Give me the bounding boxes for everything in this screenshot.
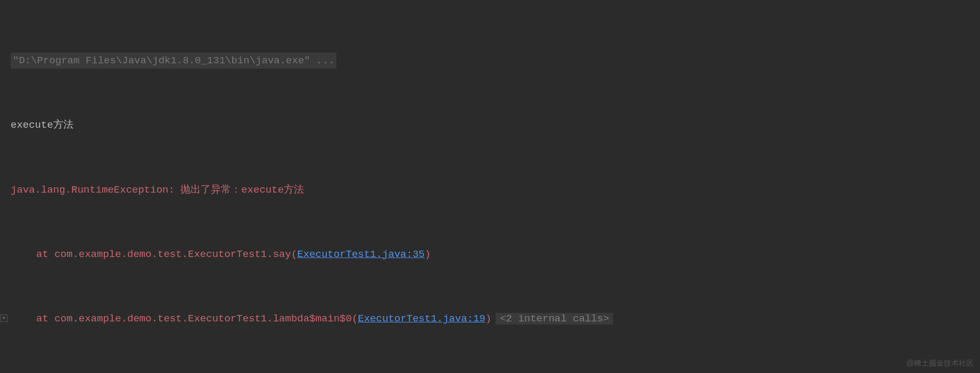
- stack-text: at com.example.demo.test.ExecutorTest1.s…: [36, 248, 297, 260]
- exception-line: java.lang.RuntimeException: 抛出了异常：execut…: [11, 182, 980, 198]
- output-line: execute方法: [11, 117, 980, 133]
- source-link[interactable]: ExecutorTest1.java:35: [297, 248, 424, 260]
- stack-suffix: ): [425, 248, 431, 260]
- stack-text: at com.example.demo.test.ExecutorTest1.l…: [36, 313, 358, 325]
- command-line: "D:\Program Files\Java\jdk1.8.0_131\bin\…: [11, 53, 980, 69]
- internal-calls-badge[interactable]: <2 internal calls>: [496, 313, 613, 325]
- stack-frame: at com.example.demo.test.ExecutorTest1.s…: [11, 246, 980, 262]
- stack-frame: +at com.example.demo.test.ExecutorTest1.…: [11, 311, 980, 327]
- java-command: "D:\Program Files\Java\jdk1.8.0_131\bin\…: [11, 53, 336, 69]
- console-output: "D:\Program Files\Java\jdk1.8.0_131\bin\…: [0, 0, 980, 373]
- fold-expand-icon[interactable]: +: [0, 314, 7, 322]
- stack-suffix: ): [485, 313, 491, 325]
- watermark: @稀土掘金技术社区: [907, 357, 974, 369]
- source-link[interactable]: ExecutorTest1.java:19: [358, 313, 485, 325]
